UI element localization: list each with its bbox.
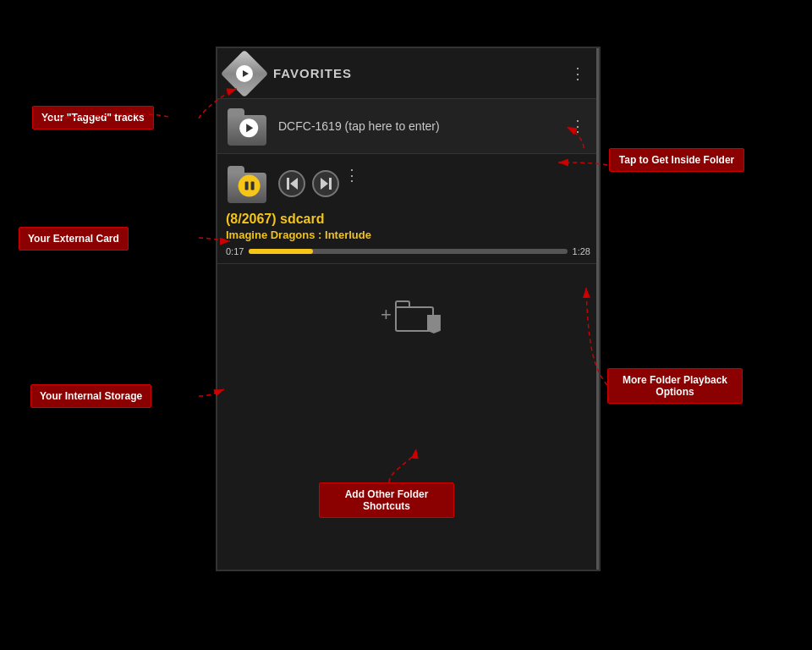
track-name: Imagine Dragons : Interlude	[226, 229, 590, 241]
prev-inner	[287, 178, 298, 190]
add-folder-row[interactable]: +	[217, 264, 599, 349]
folder-tab	[228, 108, 244, 115]
vertical-separator	[596, 48, 599, 570]
now-playing-row: ⋮ (8/2067) sdcard Imagine Dragons : Inte…	[217, 154, 599, 264]
annotation-internal-storage: Your Internal Storage	[30, 384, 151, 408]
folder-outline	[395, 298, 436, 332]
annotation-tagged-tracks: Your "Tagged" tracks	[32, 106, 154, 129]
progress-fill	[249, 249, 312, 254]
next-inner	[321, 178, 332, 190]
folder-icon	[226, 105, 268, 147]
next-bar	[329, 178, 332, 190]
prev-bar	[287, 178, 289, 190]
annotation-tap-folder: Tap to Get Inside Folder	[609, 148, 744, 172]
pause-button[interactable]	[239, 175, 261, 197]
folder-play-button[interactable]	[239, 118, 258, 137]
pause-bars	[244, 182, 254, 190]
annotation-external-card: Your External Card	[19, 227, 129, 251]
next-button[interactable]	[312, 170, 339, 197]
progress-bar-container: 0:17 1:28	[226, 246, 590, 256]
track-count: (8/2067) sdcard	[226, 212, 590, 227]
prev-triangle	[290, 178, 298, 190]
progress-bar[interactable]	[249, 249, 567, 254]
add-folder-icon: +	[381, 298, 436, 332]
time-start: 0:17	[226, 246, 244, 256]
control-buttons	[278, 170, 339, 197]
plus-icon: +	[381, 306, 392, 324]
annotation-more-options: More Folder PlaybackOptions	[607, 368, 743, 404]
annotation-add-shortcuts: Add Other FolderShortcuts	[319, 482, 454, 518]
now-playing-folder-icon	[226, 162, 268, 205]
pause-bar-right	[250, 182, 254, 190]
next-triangle	[321, 178, 328, 190]
folder-menu-button[interactable]: ⋮	[565, 113, 590, 139]
favorites-row[interactable]: FAVORITES ⋮	[217, 48, 599, 99]
time-end: 1:28	[573, 246, 590, 256]
favorites-label: FAVORITES	[273, 66, 565, 80]
favorites-icon	[226, 55, 263, 92]
now-playing-controls: ⋮	[226, 162, 590, 205]
favorites-play-icon	[236, 65, 253, 82]
folder-row[interactable]: DCFC-1619 (tap here to enter) ⋮	[217, 99, 599, 154]
previous-button[interactable]	[278, 170, 305, 197]
now-playing-menu-button[interactable]: ⋮	[339, 162, 365, 188]
favorites-menu-button[interactable]: ⋮	[565, 61, 590, 86]
folder-label: DCFC-1619 (tap here to enter)	[278, 119, 565, 133]
pause-bar-left	[244, 182, 248, 190]
np-folder-tab	[228, 166, 244, 173]
folder-outline-tab	[395, 300, 410, 306]
bookmark-badge	[427, 315, 441, 333]
